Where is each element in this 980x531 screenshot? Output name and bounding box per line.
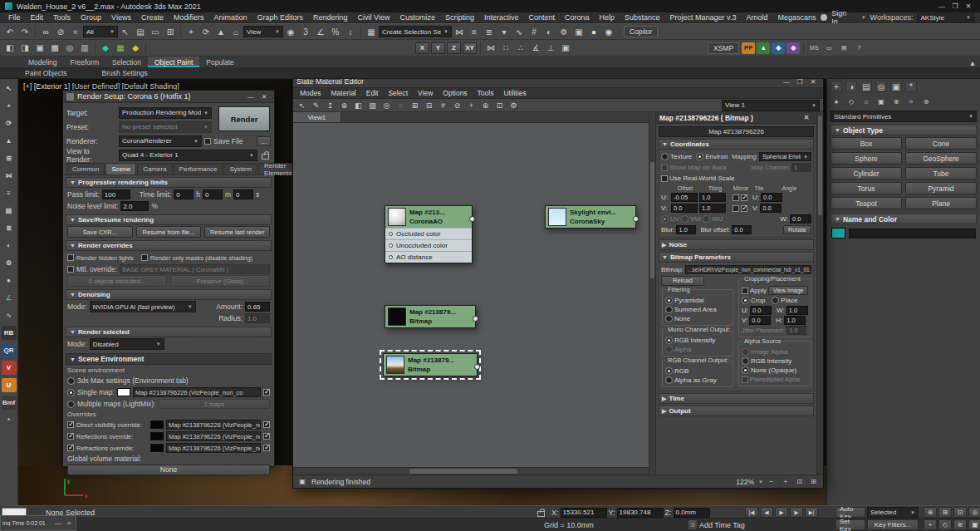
motion-tab-icon[interactable]: ◎ xyxy=(875,81,887,92)
selection-region-icon[interactable]: ▭ xyxy=(149,25,162,38)
mirror-icon[interactable]: ⋈ xyxy=(2,169,17,183)
premultiplied-alpha-checkbox[interactable] xyxy=(742,376,748,383)
create-primitive-button[interactable]: Cone xyxy=(905,137,977,150)
forest-pack-icon[interactable]: ▲ xyxy=(757,42,770,54)
slate-show-background-icon[interactable]: ▨ xyxy=(366,100,379,111)
name-and-color-rollout-header[interactable]: ▼ Name and Color xyxy=(831,214,977,224)
create-primitive-button[interactable]: Plane xyxy=(905,197,977,209)
resume-from-file-button[interactable]: Resume from file... xyxy=(136,226,202,238)
geometry-category-icon[interactable]: ● xyxy=(831,96,842,107)
uv-radio[interactable] xyxy=(661,215,669,223)
edge-constraint-icon[interactable]: ▥ xyxy=(78,42,91,55)
unlink-selection-icon[interactable]: ⊘ xyxy=(54,25,67,38)
menu-item[interactable]: Arnold xyxy=(741,13,772,22)
apply-crop-checkbox[interactable] xyxy=(742,288,748,294)
render-production-icon[interactable]: ● xyxy=(587,25,600,38)
render-selected-rollout[interactable]: ▼Render selected xyxy=(66,327,272,337)
menu-item[interactable]: Views xyxy=(106,13,136,22)
offset-mode-icon[interactable]: ◨ xyxy=(18,42,32,55)
slate-menu-item[interactable]: Modes xyxy=(295,89,326,97)
render-hidden-lights-checkbox[interactable] xyxy=(67,254,74,261)
node-output-socket[interactable] xyxy=(473,316,478,322)
systems-category-icon[interactable]: ⊛ xyxy=(920,96,932,107)
snap-angle-icon[interactable]: ∠ xyxy=(2,291,17,305)
menu-item[interactable]: Interactive xyxy=(479,13,524,22)
display-tab-icon[interactable]: ▣ xyxy=(890,81,902,92)
key-mode-dropdown[interactable]: Selected▼ xyxy=(867,507,919,518)
environ-radio[interactable] xyxy=(696,153,703,160)
override-map-enable-checkbox[interactable] xyxy=(263,433,270,440)
slate-show-end-result-icon[interactable]: ◎ xyxy=(380,100,393,111)
override-map-button[interactable]: Map #2138796226 (VizPeople_non_co xyxy=(166,443,261,453)
go-to-start-icon[interactable]: |◀ xyxy=(745,507,758,518)
select-and-scale-icon[interactable]: ▲ xyxy=(214,25,228,38)
mono-alpha-radio[interactable] xyxy=(665,346,673,353)
menu-item[interactable]: Create xyxy=(136,13,169,22)
create-primitive-button[interactable]: Cylinder xyxy=(831,167,902,179)
render-iterative-icon[interactable]: ◉ xyxy=(602,25,615,38)
multiple-maps-radio[interactable] xyxy=(67,401,75,408)
named-selection-sets-dropdown[interactable]: Create Selection Se▼ xyxy=(379,26,452,37)
environment-map-button[interactable]: Map #2138796226 (VizPeople_non_co xyxy=(133,387,261,397)
reload-button[interactable]: Reload xyxy=(661,276,704,286)
environment-map-enable-checkbox[interactable] xyxy=(263,389,270,396)
vfb-close-button[interactable]: × xyxy=(64,519,74,529)
v-angle-field[interactable]: 0.0 xyxy=(760,204,782,213)
v-offset-field[interactable]: 0.0 xyxy=(671,204,698,213)
scene-environment-rollout[interactable]: ▼Scene Environment xyxy=(66,353,272,365)
slate-put-to-library-icon[interactable]: ⊕ xyxy=(338,100,350,111)
use-pivot-point-icon[interactable]: ◉ xyxy=(284,25,297,38)
v-tiling-field[interactable]: 1.0 xyxy=(699,204,726,213)
previous-frame-icon[interactable]: ◀ xyxy=(760,507,773,518)
axis-constraint-y-button[interactable]: Y xyxy=(431,42,445,54)
use-real-world-scale-checkbox[interactable] xyxy=(661,175,668,182)
menu-item[interactable]: Customize xyxy=(394,13,440,22)
snaps-icon[interactable]: ⊞ xyxy=(2,151,17,165)
rendered-frame-window-icon[interactable]: ▣ xyxy=(572,25,586,38)
ribbon-tab[interactable]: Populate xyxy=(199,57,241,67)
u-tile-checkbox[interactable] xyxy=(741,194,747,201)
node-input-socket[interactable] xyxy=(389,255,393,259)
workspace-dropdown[interactable]: AKStyle▼ xyxy=(917,12,974,23)
render-setup-titlebar[interactable]: Render Setup: Corona 6 (Hotfix 1) — ✕ xyxy=(63,91,274,103)
slate-menu-item[interactable]: Edit xyxy=(361,89,384,97)
modify-tab-icon[interactable]: ◑ xyxy=(845,81,857,92)
menu-item[interactable]: Group xyxy=(76,13,106,22)
primitive-category-dropdown[interactable]: Standard Primitives▼ xyxy=(831,111,977,122)
axis-constraint-x-button[interactable]: X xyxy=(415,42,429,54)
ribbon-panel-brush-settings[interactable]: Brush Settings xyxy=(102,69,148,77)
selection-lock-toggle[interactable] xyxy=(537,511,545,517)
x-coordinate-field[interactable]: 15330.521 xyxy=(561,508,607,518)
canvas-horizontal-scrollbar[interactable] xyxy=(293,467,649,474)
shapes-category-icon[interactable]: ◇ xyxy=(845,96,857,107)
next-frame-icon[interactable]: ▶ xyxy=(790,507,803,518)
node-input-slot[interactable]: Unoccluded color xyxy=(385,239,472,251)
lights-category-icon[interactable]: ☼ xyxy=(860,96,872,107)
alpha-rgb-intensity-radio[interactable] xyxy=(742,357,749,365)
mapping-dropdown[interactable]: Spherical Environment▼ xyxy=(759,152,811,161)
menu-item[interactable]: Help xyxy=(595,13,620,22)
texture-radio[interactable] xyxy=(661,153,669,160)
denoise-amount-field[interactable]: 0.65 xyxy=(245,302,270,312)
help-icon[interactable]: ? xyxy=(852,42,865,55)
object-color-swatch[interactable] xyxy=(831,228,845,238)
slate-material-id-icon[interactable]: # xyxy=(437,100,449,111)
lightmix-maps-button[interactable]: 2 maps xyxy=(158,399,270,409)
ribbon-tab[interactable]: Selection xyxy=(105,57,148,67)
slate-select-icon[interactable]: ↖ xyxy=(296,100,308,111)
qr-tool-chip[interactable]: QR xyxy=(2,343,17,357)
menu-item[interactable]: Rendering xyxy=(308,13,353,22)
denoise-radius-field[interactable]: 1.0 xyxy=(245,313,270,323)
phoenix-icon[interactable]: ◆ xyxy=(786,42,800,54)
move-icon[interactable]: + xyxy=(2,99,17,113)
save-file-browse-button[interactable]: ... xyxy=(257,136,271,146)
zoom-extents-icon[interactable]: ⊡ xyxy=(794,477,805,487)
selection-filter-dropdown[interactable]: All▼ xyxy=(83,26,118,37)
bmf-tool-chip[interactable]: Bmf xyxy=(2,396,17,410)
node-output-socket[interactable] xyxy=(469,216,475,222)
node-canvas[interactable]: View1 Map #213... CoronaAO Occluded colo… xyxy=(293,112,649,474)
slate-menu-item[interactable]: View xyxy=(413,89,438,97)
crop-v-field[interactable]: 0.0 xyxy=(749,316,771,325)
slate-hide-unused-icon[interactable]: ⊘ xyxy=(451,100,463,111)
mirror-tool-icon[interactable]: ⋈ xyxy=(484,42,497,55)
